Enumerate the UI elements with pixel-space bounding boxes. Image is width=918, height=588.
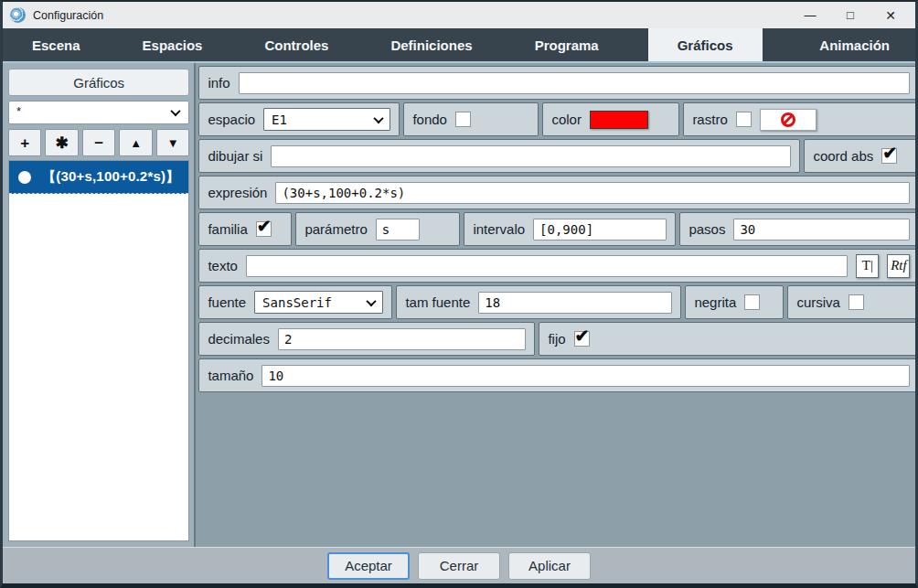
- main-tab-bar: Escena Espacios Controles Definiciones P…: [3, 28, 915, 61]
- chevron-down-icon: [367, 295, 377, 305]
- negrita-checkbox[interactable]: [744, 294, 760, 310]
- app-icon: [10, 7, 26, 23]
- tab-controles[interactable]: Controles: [251, 28, 341, 61]
- negrita-label: negrita: [694, 294, 736, 310]
- rastro-clear-button[interactable]: [760, 109, 817, 131]
- accept-button[interactable]: Aceptar: [327, 552, 410, 580]
- fondo-checkbox[interactable]: [455, 112, 471, 127]
- title-bar: Configuración — □ ✕: [3, 2, 915, 28]
- graphics-list: 【(30+s,100+0.2*s)】: [8, 160, 189, 541]
- expresion-input[interactable]: [275, 182, 910, 204]
- graphic-properties-form: info espacio E1 fondo color: [194, 63, 918, 547]
- text-row: texto T| Rtf: [198, 249, 918, 283]
- cursiva-checkbox[interactable]: [849, 294, 864, 310]
- fijo-label: fijo: [548, 331, 565, 347]
- filter-selected-value: *: [16, 104, 21, 118]
- expresion-label: expresión: [208, 185, 267, 200]
- fondo-label: fondo: [412, 112, 447, 127]
- minimize-button[interactable]: —: [793, 5, 827, 27]
- rastro-checkbox[interactable]: [736, 112, 752, 127]
- parametro-input[interactable]: [376, 219, 420, 241]
- chevron-down-icon: [374, 112, 384, 123]
- graphics-list-panel: Gráficos * + ✱ − ▲ ▼ 【(30+s,100+0.2*s)】: [3, 63, 194, 547]
- rtf-editor-button[interactable]: Rtf: [887, 254, 910, 278]
- color-swatch-button[interactable]: [590, 111, 648, 129]
- info-label: info: [208, 75, 230, 91]
- tam-fuente-input[interactable]: [478, 292, 672, 314]
- espacio-selected-value: E1: [272, 112, 287, 127]
- remove-graphic-button[interactable]: −: [82, 129, 115, 156]
- tab-graficos[interactable]: Gráficos: [648, 28, 763, 61]
- info-row: info: [198, 66, 918, 100]
- coord-abs-checkbox[interactable]: ✔: [881, 148, 897, 164]
- tab-espacios[interactable]: Espacios: [130, 28, 216, 61]
- main-content: Gráficos * + ✱ − ▲ ▼ 【(30+s,100+0.2*s)】: [3, 63, 915, 547]
- tamano-label: tamaño: [208, 368, 253, 383]
- add-graphic-button[interactable]: +: [8, 129, 41, 156]
- parametro-label: parámetro: [304, 221, 367, 237]
- pasos-label: pasos: [688, 221, 725, 237]
- texto-label: texto: [208, 258, 238, 273]
- pasos-input[interactable]: [733, 219, 910, 241]
- configuration-window: Configuración — □ ✕ Escena Espacios Cont…: [0, 0, 918, 588]
- family-row: familia ✔ parámetro intervalo pasos: [198, 212, 918, 246]
- decimals-row: decimales fijo ✔: [198, 322, 918, 356]
- texto-input[interactable]: [246, 255, 849, 277]
- list-item[interactable]: 【(30+s,100+0.2*s)】: [9, 161, 188, 194]
- expression-row: expresión: [198, 176, 918, 209]
- graphics-toolbar: + ✱ − ▲ ▼: [8, 129, 189, 156]
- familia-checkbox[interactable]: ✔: [256, 221, 272, 237]
- decimales-label: decimales: [208, 331, 270, 347]
- apply-button[interactable]: Aplicar: [508, 552, 591, 580]
- close-dialog-button[interactable]: Cerrar: [418, 552, 500, 580]
- list-item-label: 【(30+s,100+0.2*s)】: [42, 168, 179, 186]
- rastro-label: rastro: [692, 112, 727, 127]
- tab-animacion[interactable]: Animación: [806, 28, 902, 61]
- space-row: espacio E1 fondo color rastro: [198, 102, 918, 136]
- dibujar-si-input[interactable]: [271, 145, 791, 167]
- dialog-footer: Aceptar Cerrar Aplicar: [3, 547, 915, 583]
- tamano-input[interactable]: [262, 365, 910, 387]
- fijo-checkbox[interactable]: ✔: [574, 331, 590, 347]
- no-entry-icon: [781, 112, 795, 127]
- circle-bullet-icon: [18, 171, 31, 184]
- cursiva-label: cursiva: [796, 294, 840, 310]
- window-controls: — □ ✕: [793, 5, 908, 27]
- maximize-button[interactable]: □: [833, 5, 868, 27]
- tab-escena[interactable]: Escena: [19, 28, 93, 61]
- chevron-down-icon: [171, 106, 181, 116]
- familia-label: familia: [208, 221, 247, 237]
- graphics-filter-select[interactable]: *: [8, 101, 189, 124]
- coord-abs-label: coord abs: [813, 148, 873, 164]
- close-button[interactable]: ✕: [873, 5, 908, 27]
- info-input[interactable]: [239, 72, 911, 94]
- fuente-label: fuente: [208, 294, 246, 310]
- fuente-select[interactable]: SansSerif: [254, 291, 383, 314]
- decimales-input[interactable]: [278, 328, 526, 350]
- move-down-button[interactable]: ▼: [156, 129, 189, 156]
- color-label: color: [551, 112, 582, 127]
- intervalo-label: intervalo: [473, 221, 525, 237]
- font-row: fuente SansSerif tam fuente negrita curs…: [198, 285, 918, 319]
- dibujar-si-label: dibujar si: [208, 148, 262, 164]
- duplicate-graphic-button[interactable]: ✱: [45, 129, 78, 156]
- size-row: tamaño: [198, 358, 918, 392]
- draw-if-row: dibujar si coord abs ✔: [198, 139, 918, 173]
- tab-programa[interactable]: Programa: [522, 28, 612, 61]
- window-title: Configuración: [33, 9, 103, 22]
- move-up-button[interactable]: ▲: [119, 129, 152, 156]
- graphics-panel-header[interactable]: Gráficos: [8, 69, 189, 96]
- text-cursor-button[interactable]: T|: [856, 254, 879, 278]
- espacio-select[interactable]: E1: [263, 108, 390, 131]
- tam-fuente-label: tam fuente: [405, 294, 470, 310]
- fuente-selected-value: SansSerif: [262, 295, 332, 310]
- espacio-label: espacio: [208, 112, 255, 127]
- tab-definiciones[interactable]: Definiciones: [378, 28, 485, 61]
- intervalo-input[interactable]: [533, 219, 667, 241]
